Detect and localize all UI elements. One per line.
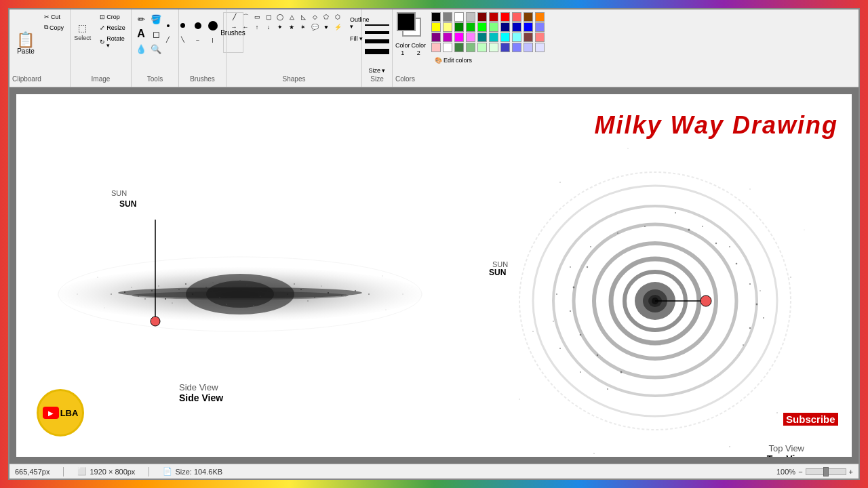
svg-point-28 [212,282,214,283]
color-swatch-7[interactable] [512,12,521,22]
curve-shape[interactable]: ⌒ [241,12,250,22]
color-swatch-27[interactable] [512,33,521,42]
color-swatch-5[interactable] [489,12,498,22]
star6-shape[interactable]: ✶ [298,22,308,32]
color-swatch-31[interactable] [443,43,452,52]
fill-tool[interactable]: 🪣 [149,12,163,26]
canvas-area[interactable]: Milky Way Drawing [9,87,859,464]
pentagon-shape[interactable]: ⬠ [321,12,331,22]
top-view-label: Top View [768,443,804,453]
color-swatch-19[interactable] [535,22,545,32]
svg-point-31 [253,305,254,306]
text-tool[interactable]: A [134,27,148,41]
color-swatch-24[interactable] [477,33,487,42]
canvas-size-icon: ⬜ [77,467,87,476]
file-icon: 📄 [163,467,172,476]
star5-shape[interactable]: ★ [287,22,296,32]
zoom-slider[interactable] [806,468,846,475]
svg-point-23 [144,298,146,300]
color-swatch-22[interactable] [454,33,464,42]
color-swatch-4[interactable] [477,12,487,22]
brush-7[interactable]: – [192,33,204,45]
color-swatch-21[interactable] [443,33,452,42]
brush-3[interactable] [195,22,201,29]
lightning-shape[interactable]: ⚡ [333,22,342,32]
color-swatch-38[interactable] [524,43,533,52]
color-swatch-1[interactable] [443,12,452,22]
color-swatch-25[interactable] [489,33,498,42]
heart-shape[interactable]: ♥ [321,22,331,32]
svg-point-83 [729,246,730,247]
brush-1[interactable] [167,24,170,27]
color-swatch-20[interactable] [431,33,441,42]
brush-8[interactable]: | [207,33,219,45]
arrow-right-shape[interactable]: → [229,22,239,32]
select-button[interactable]: ⬚ Select [71,12,94,50]
svg-point-22 [131,287,132,287]
rounded-rect-shape[interactable]: ▢ [264,12,273,22]
color-swatch-37[interactable] [512,43,521,52]
zoom-plus[interactable]: + [849,468,853,476]
resize-button[interactable]: ⤢ Resize [96,23,130,33]
cut-button[interactable]: ✂ Cut [41,12,67,22]
color-swatch-26[interactable] [500,33,510,42]
color-swatch-17[interactable] [512,22,521,32]
brush-4[interactable] [208,21,218,30]
subscribe-box: Please Subscribe Youtube/LearnByArts [748,413,838,436]
edit-colors-button[interactable]: 🎨 Edit colors [431,56,475,65]
color-swatch-14[interactable] [477,22,487,32]
brush-2[interactable] [180,23,185,28]
ellipse-shape[interactable]: ◯ [275,12,285,22]
line-shape[interactable]: ╱ [229,12,239,22]
color-swatch-10[interactable] [431,22,441,32]
callout-shape[interactable]: 💬 [310,22,319,32]
copy-button[interactable]: ⧉ Copy [41,22,67,33]
color-swatch-13[interactable] [466,22,475,32]
zoom-minus[interactable]: − [798,468,802,476]
pencil-tool[interactable]: ✏ [134,12,148,26]
color1-box[interactable] [397,12,416,31]
arrow-up-shape[interactable]: ↑ [252,22,262,32]
right-triangle-shape[interactable]: ◺ [298,12,308,22]
brush-5[interactable]: ╱ [162,33,174,45]
lba-logo[interactable]: ▶ LBA [37,389,84,436]
arrow-down-shape[interactable]: ↓ [264,22,273,32]
color-swatch-8[interactable] [524,12,533,22]
color-swatch-15[interactable] [489,22,498,32]
color-swatch-3[interactable] [466,12,475,22]
color-swatch-16[interactable] [500,22,510,32]
size-dropdown-button[interactable]: Size ▾ [365,66,389,75]
color-swatch-39[interactable] [535,43,545,52]
color-swatch-28[interactable] [524,33,533,42]
color-swatch-33[interactable] [466,43,475,52]
color-swatch-32[interactable] [454,43,464,52]
color-swatch-34[interactable] [477,43,487,52]
picker-tool[interactable]: 💧 [134,42,148,56]
magnify-tool[interactable]: 🔍 [149,42,163,56]
diamond-shape[interactable]: ◇ [310,12,319,22]
color-swatch-2[interactable] [454,12,464,22]
color-swatch-11[interactable] [443,22,452,32]
star4-shape[interactable]: ✦ [275,22,285,32]
triangle-shape[interactable]: △ [287,12,296,22]
rect-shape[interactable]: ▭ [252,12,262,22]
color-swatch-6[interactable] [500,12,510,22]
arrow-left-shape[interactable]: ← [241,22,250,32]
clipboard-group: 📋 Paste ✂ Cut ⧉ Copy Clipboar [9,9,71,87]
eraser-tool[interactable]: ◻ [149,27,163,41]
paste-button[interactable]: 📋 Paste [12,12,39,75]
color-swatch-36[interactable] [500,43,510,52]
color-swatch-35[interactable] [489,43,498,52]
color-swatch-29[interactable] [535,33,545,42]
brush-6[interactable]: ╲ [177,33,189,45]
color-swatch-30[interactable] [431,43,441,52]
color-swatch-9[interactable] [535,12,545,22]
crop-button[interactable]: ⊡ Crop [96,12,130,22]
color-swatch-23[interactable] [466,33,475,42]
hexagon-shape[interactable]: ⬡ [333,12,342,22]
rotate-button[interactable]: ↻ Rotate ▾ [96,34,130,50]
color-swatch-0[interactable] [431,12,441,22]
svg-point-3 [111,293,112,295]
color-swatch-12[interactable] [454,22,464,32]
color-swatch-18[interactable] [524,22,533,32]
